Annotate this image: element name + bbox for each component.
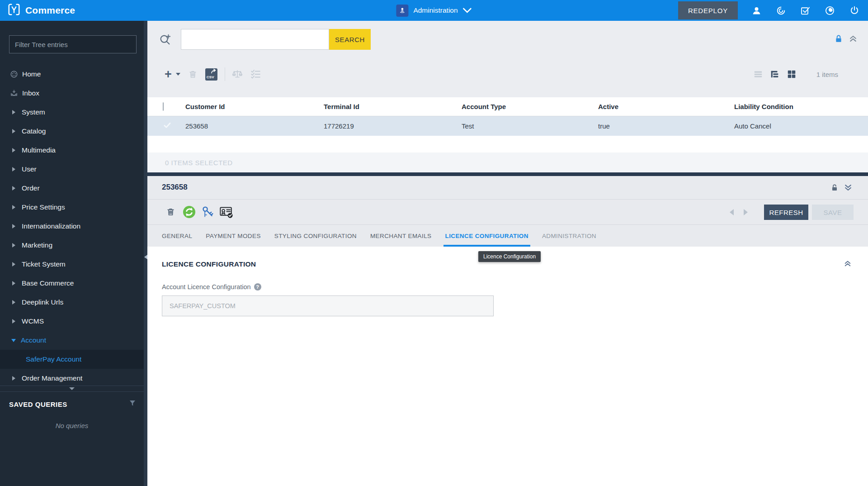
sidebar-item-marketing[interactable]: Marketing: [0, 236, 144, 255]
search-refresh-icon[interactable]: [158, 33, 172, 48]
save-button[interactable]: SAVE: [812, 205, 854, 220]
expand-caret-icon: [12, 129, 15, 133]
administration-menu[interactable]: Administration: [396, 5, 472, 17]
brand-name: Commerce: [25, 5, 75, 16]
sidebar-item-multimedia[interactable]: Multimedia: [0, 141, 144, 160]
refresh-button[interactable]: REFRESH: [764, 205, 808, 220]
sidebar-item-internationalization[interactable]: Internationalization: [0, 217, 144, 236]
account-licence-configuration-input[interactable]: [162, 295, 494, 316]
brand[interactable]: Commerce: [0, 3, 75, 18]
csv-export-icon[interactable]: CSV: [205, 68, 217, 81]
panel-splitter[interactable]: [147, 172, 868, 176]
licence-configuration-section: Licence Configuration LICENCE CONFIGURAT…: [147, 247, 868, 486]
lock-icon[interactable]: [835, 34, 843, 45]
cell-terminal-id: 17726219: [324, 122, 462, 130]
tab-licence-configuration[interactable]: LICENCE CONFIGURATION: [445, 225, 528, 247]
tree-view-icon[interactable]: [770, 69, 780, 79]
tree-scroll-down-indicator[interactable]: [0, 386, 144, 392]
sidebar-item-base-commerce[interactable]: Base Commerce: [0, 274, 144, 293]
column-header[interactable]: Account Type: [462, 103, 598, 110]
column-header[interactable]: Active: [598, 103, 734, 110]
tab-merchant-emails[interactable]: MERCHANT EMAILS: [370, 225, 432, 247]
sidebar-item-order[interactable]: Order: [0, 179, 144, 198]
api-keys-icon[interactable]: [201, 205, 214, 219]
top-bar: Commerce Administration REDEPLOY: [0, 0, 868, 21]
sidebar-item-order-management[interactable]: Order Management: [0, 369, 144, 388]
sidebar-item-home[interactable]: Home: [0, 65, 144, 84]
power-logout-icon[interactable]: [849, 5, 860, 16]
tab-tooltip: Licence Configuration: [478, 251, 541, 262]
expand-caret-icon: [12, 110, 15, 114]
tab-general[interactable]: GENERAL: [162, 225, 192, 247]
help-icon[interactable]: ?: [254, 283, 261, 291]
column-header[interactable]: Terminal Id: [324, 103, 462, 110]
items-count: 1 items: [816, 64, 838, 85]
table-row[interactable]: 253658 17726219 Test true Auto Cancel: [147, 116, 868, 136]
home-icon: [9, 70, 19, 78]
section-title: LICENCE CONFIGURATION: [162, 260, 256, 268]
prev-item-arrow[interactable]: [730, 209, 734, 215]
administration-label: Administration: [413, 6, 458, 14]
cell-active: true: [598, 122, 734, 130]
sidebar-item-user[interactable]: User: [0, 160, 144, 179]
tab-styling-configuration[interactable]: STYLING CONFIGURATION: [274, 225, 357, 247]
sync-test-connection-icon[interactable]: [182, 205, 196, 219]
search-input[interactable]: [181, 29, 329, 50]
expand-caret-icon: [12, 300, 15, 305]
filter-tree-input[interactable]: [9, 35, 137, 53]
sidebar-item-wcms[interactable]: WCMS: [0, 312, 144, 331]
collapse-caret-icon: [11, 339, 16, 342]
globe-swirl-icon[interactable]: [824, 5, 835, 16]
grid-view-icon[interactable]: [787, 69, 797, 79]
table-header-row: Customer Id Terminal Id Account Type Act…: [147, 97, 868, 116]
certificate-id-icon[interactable]: [219, 205, 233, 219]
expand-caret-icon: [12, 186, 15, 191]
select-all-checkbox[interactable]: [163, 102, 164, 111]
cell-customer-id: 253658: [185, 122, 324, 130]
sidebar-item-ticket-system[interactable]: Ticket System: [0, 255, 144, 274]
detail-lock-icon[interactable]: [831, 184, 838, 194]
sidebar-item-inbox[interactable]: Inbox: [0, 84, 144, 103]
sidebar-item-deeplink-urls[interactable]: Deeplink Urls: [0, 293, 144, 312]
sidebar-item-price-settings[interactable]: Price Settings: [0, 198, 144, 217]
sidebar-item-saferpay-account[interactable]: SaferPay Account: [0, 350, 144, 369]
expand-caret-icon: [12, 148, 15, 152]
chevron-down-icon: [463, 8, 472, 13]
redeploy-button[interactable]: REDEPLOY: [678, 1, 738, 19]
detail-title: 253658: [162, 183, 188, 192]
filter-funnel-icon[interactable]: [128, 399, 137, 409]
sidebar-item-catalog[interactable]: Catalog: [0, 122, 144, 141]
expand-caret-icon: [12, 262, 15, 267]
tab-payment-modes[interactable]: PAYMENT MODES: [206, 225, 260, 247]
list-toolbar: + CSV: [147, 64, 868, 85]
delete-icon[interactable]: [188, 69, 198, 80]
add-item-button[interactable]: +: [165, 70, 172, 79]
list-collapse-icon[interactable]: [849, 34, 858, 45]
expand-caret-icon: [12, 281, 15, 286]
add-dropdown-caret-icon[interactable]: [176, 73, 180, 76]
next-item-arrow[interactable]: [744, 209, 748, 215]
checklist-icon[interactable]: [250, 68, 262, 80]
tab-administration[interactable]: ADMINISTRATION: [542, 225, 596, 247]
search-button[interactable]: SEARCH: [329, 29, 371, 50]
tasks-check-icon[interactable]: [800, 5, 811, 16]
detail-tabs: GENERAL PAYMENT MODES STYLING CONFIGURAT…: [147, 225, 868, 247]
spiral-jobs-icon[interactable]: [775, 5, 787, 16]
delete-account-icon[interactable]: [165, 207, 176, 217]
sidebar-item-account[interactable]: Account: [0, 331, 144, 350]
sidebar-resize-strip[interactable]: [144, 21, 147, 486]
row-check-icon: [164, 122, 185, 130]
sidebar-item-system[interactable]: System: [0, 103, 144, 122]
detail-panel: 253658: [147, 176, 868, 247]
section-collapse-icon[interactable]: [844, 259, 852, 269]
selection-status: 0 ITEMS SELECTED: [147, 152, 868, 172]
user-profile-icon[interactable]: [751, 5, 762, 16]
list-view-icon[interactable]: [753, 69, 763, 79]
sidebar: Home Inbox System Catalog Multimedia Use…: [0, 21, 147, 486]
detail-collapse-icon[interactable]: [844, 183, 853, 194]
saved-queries-empty: No queries: [0, 422, 144, 429]
column-header[interactable]: Liability Condition: [734, 103, 868, 110]
column-header[interactable]: Customer Id: [185, 103, 324, 110]
compare-scales-icon[interactable]: [231, 68, 243, 80]
expand-caret-icon: [12, 243, 15, 248]
